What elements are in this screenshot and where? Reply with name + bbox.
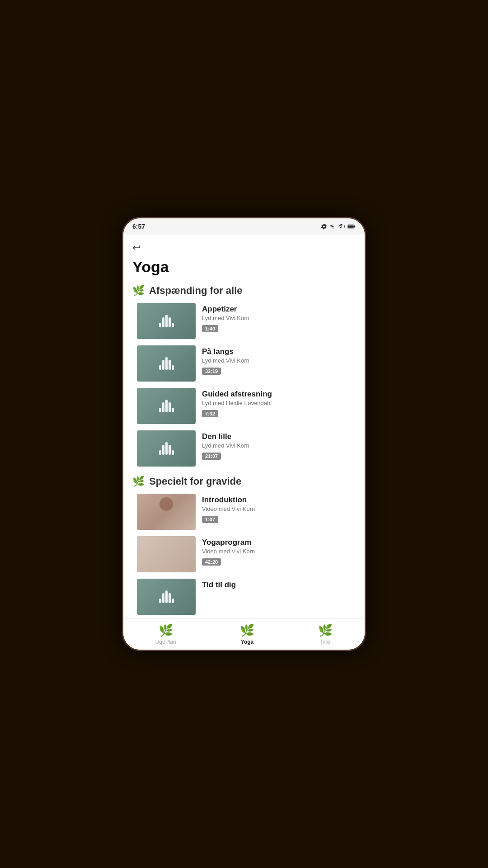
thumbnail-guided xyxy=(137,388,196,424)
duration-badge-yogaprogram: 42:20 xyxy=(202,558,221,566)
bar2 xyxy=(162,593,164,603)
media-info-tid-til-dig: Tid til dig xyxy=(202,579,356,590)
duration-badge-guided: 7:32 xyxy=(202,410,218,417)
nav-item-yoga[interactable]: 🌿 Yoga xyxy=(231,621,263,648)
duration-badge-den-lille: 21:07 xyxy=(202,453,221,460)
media-subtitle-yogaprogram: Video med Vivi Korn xyxy=(202,548,356,555)
bar1 xyxy=(159,365,161,370)
app-content: ↩ Yoga 🌿 Afspænding for alle xyxy=(123,235,365,625)
media-title-guided: Guided afstresning xyxy=(202,390,356,399)
bar3 xyxy=(165,400,168,412)
nav-item-info[interactable]: 🌿 Info xyxy=(309,621,342,648)
media-title-tid-til-dig: Tid til dig xyxy=(202,580,356,590)
back-arrow-icon: ↩ xyxy=(132,242,141,254)
bar5 xyxy=(172,599,174,603)
section-title-afspanding: Afspænding for alle xyxy=(149,285,243,297)
audio-bars-icon-5 xyxy=(159,590,174,603)
media-item-introduktion[interactable]: Introduktion Video med Vivi Korn 1:07 xyxy=(137,494,356,530)
media-title-yogaprogram: Yogaprogram xyxy=(202,538,356,547)
bar4 xyxy=(169,445,171,455)
media-item-appetizer[interactable]: Appetizer Lyd med Vivi Korn 1:40 xyxy=(137,303,356,339)
media-item-pa-langs[interactable]: På langs Lyd med Vivi Korn 32:19 xyxy=(137,345,356,382)
thumbnail-den-lille xyxy=(137,430,196,467)
section-afspanding: 🌿 Afspænding for alle xyxy=(132,285,356,467)
bar5 xyxy=(172,450,174,455)
bar5 xyxy=(172,323,174,327)
bar2 xyxy=(162,445,164,455)
page-title: Yoga xyxy=(132,258,356,276)
media-title-appetizer: Appetizer xyxy=(202,305,356,314)
bar3 xyxy=(165,357,168,370)
face-detail xyxy=(160,497,173,511)
bar3 xyxy=(165,442,168,455)
bar3 xyxy=(165,590,168,603)
status-icons xyxy=(321,223,356,230)
bar4 xyxy=(169,317,171,327)
media-list-gravide: Introduktion Video med Vivi Korn 1:07 xyxy=(132,494,356,615)
nav-leaf-icon-yoga: 🌿 xyxy=(240,623,254,637)
media-list-afspanding: Appetizer Lyd med Vivi Korn 1:40 xyxy=(132,303,356,467)
section-leaf-icon-gravide: 🌿 xyxy=(132,476,145,487)
duration-badge-introduktion: 1:07 xyxy=(202,516,218,523)
svg-rect-2 xyxy=(354,226,355,227)
audio-bars-icon xyxy=(159,315,174,327)
bar4 xyxy=(169,360,171,370)
battery-icon xyxy=(347,224,356,229)
media-subtitle-appetizer: Lyd med Vivi Korn xyxy=(202,315,356,321)
media-subtitle-den-lille: Lyd med Vivi Korn xyxy=(202,442,356,449)
thumbnail-introduktion xyxy=(137,494,196,530)
bar2 xyxy=(162,402,164,412)
section-gravide: 🌿 Specielt for gravide Introduktion xyxy=(132,476,356,615)
thumbnail-tid-til-dig xyxy=(137,579,196,615)
nav-label-ugeplan: UgePlan xyxy=(155,639,176,645)
status-time: 6:57 xyxy=(132,223,145,230)
media-subtitle-pa-langs: Lyd med Vivi Korn xyxy=(202,357,356,364)
media-info-yogaprogram: Yogaprogram Video med Vivi Korn 42:20 xyxy=(202,536,356,566)
media-info-guided: Guided afstresning Lyd med Heidie Løvend… xyxy=(202,388,356,417)
wifi-icon xyxy=(329,223,337,230)
media-title-den-lille: Den lille xyxy=(202,432,356,441)
svg-rect-1 xyxy=(348,225,354,227)
bar2 xyxy=(162,317,164,327)
audio-bars-icon-2 xyxy=(159,357,174,370)
bar4 xyxy=(169,402,171,412)
nav-leaf-icon-info: 🌿 xyxy=(318,623,333,637)
section-header-afspanding: 🌿 Afspænding for alle xyxy=(132,285,356,297)
section-header-gravide: 🌿 Specielt for gravide xyxy=(132,476,356,487)
section-leaf-icon-afspanding: 🌿 xyxy=(132,285,145,297)
media-item-tid-til-dig[interactable]: Tid til dig xyxy=(137,579,356,615)
section-title-gravide: Specielt for gravide xyxy=(149,476,241,487)
back-button[interactable]: ↩ xyxy=(132,239,141,256)
media-subtitle-introduktion: Video med Vivi Korn xyxy=(202,505,356,512)
audio-bars-icon-4 xyxy=(159,442,174,455)
signal-icon xyxy=(339,223,345,230)
status-bar: 6:57 xyxy=(123,218,365,235)
media-info-appetizer: Appetizer Lyd med Vivi Korn 1:40 xyxy=(202,303,356,332)
media-info-den-lille: Den lille Lyd med Vivi Korn 21:07 xyxy=(202,430,356,460)
media-item-yogaprogram[interactable]: Yogaprogram Video med Vivi Korn 42:20 xyxy=(137,536,356,572)
bar4 xyxy=(169,593,171,603)
thumbnail-appetizer xyxy=(137,303,196,339)
media-subtitle-guided: Lyd med Heidie Løvendahl xyxy=(202,400,356,406)
duration-badge-appetizer: 1:40 xyxy=(202,325,218,332)
media-item-den-lille[interactable]: Den lille Lyd med Vivi Korn 21:07 xyxy=(137,430,356,467)
bar1 xyxy=(159,323,161,327)
media-title-introduktion: Introduktion xyxy=(202,495,356,505)
duration-badge-pa-langs: 32:19 xyxy=(202,368,221,375)
media-info-introduktion: Introduktion Video med Vivi Korn 1:07 xyxy=(202,494,356,523)
media-title-pa-langs: På langs xyxy=(202,347,356,356)
phone-frame: 6:57 ↩ Yoga 🌿 Afspænding for alle xyxy=(122,217,366,651)
nav-leaf-icon-ugeplan: 🌿 xyxy=(159,623,173,637)
bar1 xyxy=(159,450,161,455)
nav-label-yoga: Yoga xyxy=(241,639,253,645)
bar5 xyxy=(172,408,174,412)
bar3 xyxy=(165,315,168,327)
media-info-pa-langs: På langs Lyd med Vivi Korn 32:19 xyxy=(202,345,356,375)
media-item-guided[interactable]: Guided afstresning Lyd med Heidie Løvend… xyxy=(137,388,356,424)
bar2 xyxy=(162,360,164,370)
nav-item-ugeplan[interactable]: 🌿 UgePlan xyxy=(146,621,185,648)
bar1 xyxy=(159,408,161,412)
audio-bars-icon-3 xyxy=(159,400,174,412)
bar5 xyxy=(172,365,174,370)
bottom-nav: 🌿 UgePlan 🌿 Yoga 🌿 Info xyxy=(123,618,365,650)
